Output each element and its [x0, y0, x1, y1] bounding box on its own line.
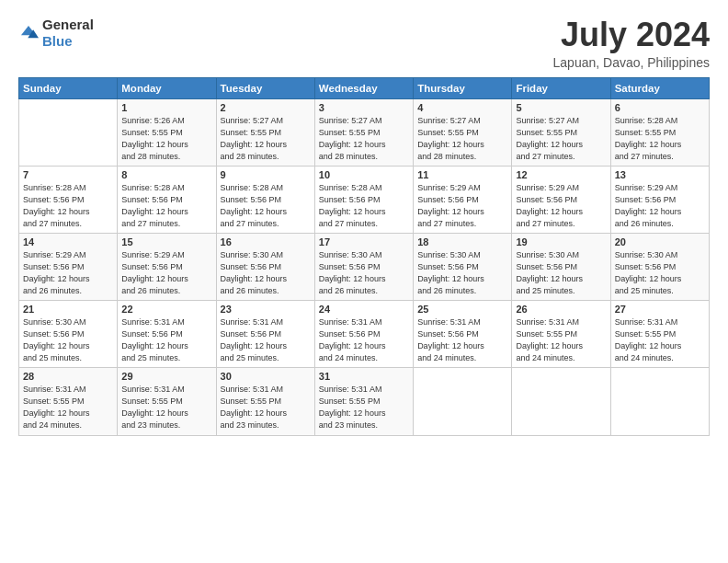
calendar-cell: 25Sunrise: 5:31 AMSunset: 5:56 PMDayligh… [414, 301, 512, 368]
calendar-cell: 8Sunrise: 5:28 AMSunset: 5:56 PMDaylight… [118, 166, 216, 233]
calendar-cell: 20Sunrise: 5:30 AMSunset: 5:56 PMDayligh… [610, 233, 709, 300]
header: General Blue July 2024 Lapuan, Davao, Ph… [18, 17, 710, 70]
day-info: Sunrise: 5:31 AMSunset: 5:56 PMDaylight:… [121, 317, 188, 362]
calendar-cell: 5Sunrise: 5:27 AMSunset: 5:55 PMDaylight… [512, 98, 610, 166]
calendar-cell: 27Sunrise: 5:31 AMSunset: 5:55 PMDayligh… [610, 301, 709, 368]
calendar-week-5: 28Sunrise: 5:31 AMSunset: 5:55 PMDayligh… [19, 368, 710, 435]
calendar-cell: 9Sunrise: 5:28 AMSunset: 5:56 PMDaylight… [216, 166, 314, 233]
col-tuesday: Tuesday [216, 77, 314, 98]
day-info: Sunrise: 5:28 AMSunset: 5:56 PMDaylight:… [221, 183, 288, 228]
calendar-cell: 12Sunrise: 5:29 AMSunset: 5:56 PMDayligh… [512, 166, 610, 233]
day-info: Sunrise: 5:29 AMSunset: 5:56 PMDaylight:… [516, 183, 583, 228]
day-info: Sunrise: 5:28 AMSunset: 5:56 PMDaylight:… [121, 183, 188, 228]
day-info: Sunrise: 5:31 AMSunset: 5:55 PMDaylight:… [615, 317, 682, 362]
calendar-cell: 4Sunrise: 5:27 AMSunset: 5:55 PMDaylight… [414, 98, 512, 166]
day-number: 29 [121, 371, 211, 382]
logo-icon [18, 23, 39, 43]
day-number: 24 [319, 304, 409, 315]
day-number: 14 [23, 236, 113, 247]
day-info: Sunrise: 5:28 AMSunset: 5:55 PMDaylight:… [615, 116, 682, 161]
calendar-week-1: 1Sunrise: 5:26 AMSunset: 5:55 PMDaylight… [19, 98, 710, 166]
day-number: 20 [615, 236, 705, 247]
calendar-cell: 13Sunrise: 5:29 AMSunset: 5:56 PMDayligh… [610, 166, 709, 233]
logo-blue: Blue [42, 33, 73, 49]
calendar-cell: 23Sunrise: 5:31 AMSunset: 5:56 PMDayligh… [216, 301, 314, 368]
day-number: 6 [615, 102, 705, 113]
col-sunday: Sunday [19, 77, 118, 98]
day-number: 8 [121, 169, 211, 180]
day-number: 11 [417, 169, 507, 180]
day-info: Sunrise: 5:28 AMSunset: 5:56 PMDaylight:… [319, 183, 386, 228]
col-thursday: Thursday [414, 77, 512, 98]
calendar-cell: 3Sunrise: 5:27 AMSunset: 5:55 PMDaylight… [314, 98, 413, 166]
day-info: Sunrise: 5:30 AMSunset: 5:56 PMDaylight:… [319, 250, 386, 295]
calendar-cell: 14Sunrise: 5:29 AMSunset: 5:56 PMDayligh… [19, 233, 118, 300]
calendar-cell: 18Sunrise: 5:30 AMSunset: 5:56 PMDayligh… [414, 233, 512, 300]
calendar-cell: 26Sunrise: 5:31 AMSunset: 5:55 PMDayligh… [512, 301, 610, 368]
calendar-cell: 15Sunrise: 5:29 AMSunset: 5:56 PMDayligh… [118, 233, 216, 300]
day-info: Sunrise: 5:30 AMSunset: 5:56 PMDaylight:… [516, 250, 583, 295]
day-number: 2 [221, 102, 311, 113]
day-number: 25 [417, 304, 507, 315]
calendar-cell [414, 368, 512, 435]
calendar-cell: 31Sunrise: 5:31 AMSunset: 5:55 PMDayligh… [314, 368, 413, 435]
day-info: Sunrise: 5:29 AMSunset: 5:56 PMDaylight:… [615, 183, 682, 228]
month-year: July 2024 [553, 17, 710, 53]
day-number: 1 [121, 102, 211, 113]
day-info: Sunrise: 5:31 AMSunset: 5:55 PMDaylight:… [319, 385, 386, 430]
day-info: Sunrise: 5:30 AMSunset: 5:56 PMDaylight:… [23, 317, 90, 362]
calendar-page: General Blue July 2024 Lapuan, Davao, Ph… [0, 0, 728, 563]
day-info: Sunrise: 5:30 AMSunset: 5:56 PMDaylight:… [615, 250, 682, 295]
day-number: 19 [516, 236, 606, 247]
day-info: Sunrise: 5:29 AMSunset: 5:56 PMDaylight:… [121, 250, 188, 295]
logo: General Blue [18, 17, 94, 50]
day-info: Sunrise: 5:31 AMSunset: 5:56 PMDaylight:… [417, 317, 484, 362]
day-info: Sunrise: 5:31 AMSunset: 5:56 PMDaylight:… [221, 317, 288, 362]
day-info: Sunrise: 5:27 AMSunset: 5:55 PMDaylight:… [221, 116, 288, 161]
day-number: 22 [121, 304, 211, 315]
day-number: 10 [319, 169, 409, 180]
day-number: 13 [615, 169, 705, 180]
day-number: 17 [319, 236, 409, 247]
calendar-week-4: 21Sunrise: 5:30 AMSunset: 5:56 PMDayligh… [19, 301, 710, 368]
calendar-week-2: 7Sunrise: 5:28 AMSunset: 5:56 PMDaylight… [19, 166, 710, 233]
day-number: 30 [221, 371, 311, 382]
calendar-cell [610, 368, 709, 435]
calendar-cell: 19Sunrise: 5:30 AMSunset: 5:56 PMDayligh… [512, 233, 610, 300]
calendar-cell: 22Sunrise: 5:31 AMSunset: 5:56 PMDayligh… [118, 301, 216, 368]
day-number: 15 [121, 236, 211, 247]
calendar-cell: 17Sunrise: 5:30 AMSunset: 5:56 PMDayligh… [314, 233, 413, 300]
day-number: 3 [319, 102, 409, 113]
calendar-cell: 7Sunrise: 5:28 AMSunset: 5:56 PMDaylight… [19, 166, 118, 233]
day-info: Sunrise: 5:30 AMSunset: 5:56 PMDaylight:… [417, 250, 484, 295]
calendar-cell [512, 368, 610, 435]
day-number: 18 [417, 236, 507, 247]
day-number: 9 [221, 169, 311, 180]
header-row: Sunday Monday Tuesday Wednesday Thursday… [19, 77, 710, 98]
day-number: 27 [615, 304, 705, 315]
day-number: 7 [23, 169, 113, 180]
calendar-cell: 1Sunrise: 5:26 AMSunset: 5:55 PMDaylight… [118, 98, 216, 166]
day-info: Sunrise: 5:27 AMSunset: 5:55 PMDaylight:… [516, 116, 583, 161]
day-info: Sunrise: 5:31 AMSunset: 5:55 PMDaylight:… [121, 385, 188, 430]
col-saturday: Saturday [610, 77, 709, 98]
day-number: 5 [516, 102, 606, 113]
col-wednesday: Wednesday [314, 77, 413, 98]
day-number: 31 [319, 371, 409, 382]
day-number: 21 [23, 304, 113, 315]
col-friday: Friday [512, 77, 610, 98]
day-info: Sunrise: 5:29 AMSunset: 5:56 PMDaylight:… [23, 250, 90, 295]
day-info: Sunrise: 5:28 AMSunset: 5:56 PMDaylight:… [23, 183, 90, 228]
day-info: Sunrise: 5:27 AMSunset: 5:55 PMDaylight:… [417, 116, 484, 161]
day-number: 28 [23, 371, 113, 382]
day-info: Sunrise: 5:29 AMSunset: 5:56 PMDaylight:… [417, 183, 484, 228]
calendar-table: Sunday Monday Tuesday Wednesday Thursday… [18, 77, 710, 436]
calendar-cell: 24Sunrise: 5:31 AMSunset: 5:56 PMDayligh… [314, 301, 413, 368]
calendar-week-3: 14Sunrise: 5:29 AMSunset: 5:56 PMDayligh… [19, 233, 710, 300]
day-info: Sunrise: 5:26 AMSunset: 5:55 PMDaylight:… [121, 116, 188, 161]
calendar-cell: 16Sunrise: 5:30 AMSunset: 5:56 PMDayligh… [216, 233, 314, 300]
day-info: Sunrise: 5:31 AMSunset: 5:55 PMDaylight:… [221, 385, 288, 430]
calendar-cell: 30Sunrise: 5:31 AMSunset: 5:55 PMDayligh… [216, 368, 314, 435]
calendar-cell: 21Sunrise: 5:30 AMSunset: 5:56 PMDayligh… [19, 301, 118, 368]
calendar-cell: 6Sunrise: 5:28 AMSunset: 5:55 PMDaylight… [610, 98, 709, 166]
